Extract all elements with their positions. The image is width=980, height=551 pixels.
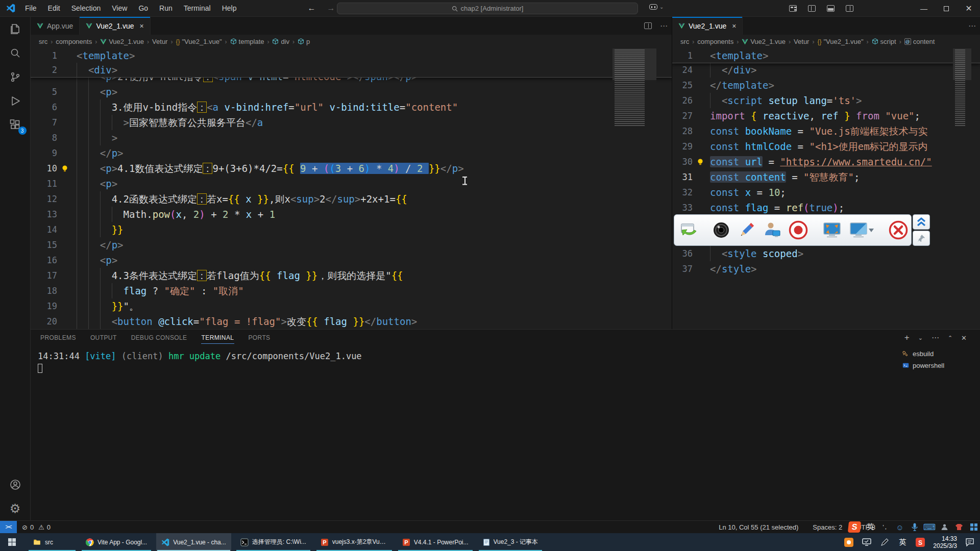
- line-number[interactable]: 32: [672, 185, 693, 200]
- breadcrumb-item-src[interactable]: src: [680, 38, 689, 45]
- code-line[interactable]: 174.3条件表达式绑定：若flag值为{{ flag }}，则我的选择是"{{: [31, 268, 672, 283]
- taskbar-item-Vue21vuecha[interactable]: Vue2_1.vue - cha...: [156, 533, 231, 551]
- code-line[interactable]: 14}}: [31, 222, 672, 237]
- terminal-item-powershell[interactable]: powershell: [898, 360, 975, 371]
- minimize-button[interactable]: —: [913, 0, 935, 17]
- line-number[interactable]: 11: [31, 176, 57, 191]
- nav-forward-arrow[interactable]: →: [327, 4, 335, 13]
- code-line[interactable]: 25</template>: [672, 78, 980, 93]
- line-number[interactable]: 13: [31, 207, 57, 222]
- ime-emoji-icon[interactable]: ☺: [895, 522, 905, 532]
- line-number[interactable]: [31, 78, 57, 84]
- split-editor-icon[interactable]: [644, 22, 652, 29]
- new-terminal-icon[interactable]: +: [904, 333, 910, 343]
- breadcrumb-item-script[interactable]: script: [872, 38, 896, 45]
- tray-pen-icon[interactable]: [879, 537, 890, 547]
- panel-tab-problems[interactable]: PROBLEMS: [40, 332, 77, 343]
- editor-group-right[interactable]: Vue2_1.vue× ⋯ src›components›Vue2_1.vue›…: [672, 17, 980, 329]
- code-line[interactable]: <p>2.使用v-html指令：<span v-html="htmlCode">…: [31, 78, 672, 84]
- close-button[interactable]: ✕: [958, 0, 980, 17]
- code-line[interactable]: 36<style scoped>: [672, 246, 980, 261]
- code-line[interactable]: 29const htmlCode = "<h1>使用em标记的显示内: [672, 139, 980, 154]
- line-number[interactable]: 10: [31, 161, 57, 176]
- panel-tab-ports[interactable]: PORTS: [248, 332, 271, 343]
- ime-lang-indicator[interactable]: 英: [865, 522, 875, 532]
- menu-help[interactable]: Help: [217, 3, 241, 14]
- terminal-profile-dropdown-icon[interactable]: ⌄: [918, 335, 923, 341]
- code-line[interactable]: 16<p>: [31, 253, 672, 268]
- bottom-panel[interactable]: PROBLEMSOUTPUTDEBUG CONSOLETERMINALPORTS…: [31, 329, 980, 520]
- menu-view[interactable]: View: [107, 3, 132, 14]
- code-editor-left[interactable]: 1<template>2<div> <p>2.使用v-html指令：<span …: [31, 48, 672, 329]
- taskbar-item-Vue23[interactable]: Vue2_3 - 记事本: [478, 533, 544, 551]
- tray-clock[interactable]: 14:33 2025/3/3: [933, 535, 957, 549]
- code-line[interactable]: 27import { reactive, ref } from "vue";: [672, 108, 980, 123]
- editor-group-left[interactable]: App.vueVue2_1.vue× ⋯ src›components›Vue2…: [31, 17, 672, 329]
- editor-actions-more-icon[interactable]: ⋯: [968, 21, 976, 31]
- panel-tab-output[interactable]: OUTPUT: [90, 332, 117, 343]
- tray-display-icon[interactable]: [862, 537, 872, 547]
- line-number[interactable]: 26: [672, 93, 693, 108]
- line-number[interactable]: 24: [672, 62, 693, 78]
- region-capture-icon[interactable]: [849, 220, 874, 240]
- lightbulb-icon[interactable]: [697, 158, 704, 165]
- code-editor-right[interactable]: 1<template> 24</div>25</template>26<scri…: [672, 48, 980, 329]
- line-number[interactable]: 28: [672, 123, 693, 139]
- code-line[interactable]: 18flag ? "确定" : "取消": [31, 283, 672, 298]
- line-number[interactable]: 20: [31, 314, 57, 329]
- extensions-icon[interactable]: 3: [0, 113, 31, 137]
- account-icon[interactable]: [0, 472, 31, 496]
- line-number[interactable]: 9: [31, 145, 57, 161]
- code-line[interactable]: 26<script setup lang='ts'>: [672, 93, 980, 108]
- code-line[interactable]: 32const x = 10;: [672, 185, 980, 200]
- tab-Vue2_1.vue[interactable]: Vue2_1.vue×: [672, 17, 743, 35]
- nav-back-arrow[interactable]: ←: [307, 4, 315, 13]
- line-number[interactable]: 5: [31, 84, 57, 99]
- line-number[interactable]: 25: [672, 78, 693, 93]
- menu-edit[interactable]: Edit: [43, 3, 65, 14]
- code-line[interactable]: 28const bookName = "Vue.js前端框架技术与实: [672, 123, 980, 139]
- customize-layout-icon[interactable]: [789, 5, 797, 12]
- breadcrumb-item-div[interactable]: div: [272, 38, 289, 45]
- line-number[interactable]: 33: [672, 200, 693, 215]
- toggle-secondary-sidebar-icon[interactable]: [846, 5, 853, 12]
- tray-app-orange-icon[interactable]: [844, 537, 854, 547]
- panel-tab-debug-console[interactable]: DEBUG CONSOLE: [131, 332, 188, 343]
- taskbar-item-src[interactable]: src: [28, 533, 77, 551]
- code-line[interactable]: 11<p>: [31, 176, 672, 191]
- lightbulb-icon[interactable]: [61, 165, 68, 172]
- minimap[interactable]: [612, 48, 656, 161]
- search-icon[interactable]: [0, 41, 31, 65]
- line-number[interactable]: 12: [31, 191, 57, 207]
- terminal-output[interactable]: 14:31:44 [vite] (client) hmr update /src…: [38, 350, 362, 373]
- breadcrumb-item-p[interactable]: p: [298, 38, 310, 45]
- taskbar-item-CWi[interactable]: 选择管理员: C:\Wi...: [235, 533, 311, 551]
- run-debug-icon[interactable]: [0, 89, 31, 113]
- pin-icon[interactable]: [913, 231, 930, 246]
- remote-indicator[interactable]: ><: [0, 521, 17, 534]
- terminal-item-esbuild[interactable]: esbuild: [898, 348, 975, 360]
- line-number[interactable]: 31: [672, 169, 693, 185]
- line-number[interactable]: 17: [31, 268, 57, 283]
- ime-punct-icon[interactable]: ’，: [880, 522, 890, 532]
- ime-toolbox-icon[interactable]: [939, 522, 949, 532]
- ime-skin-icon[interactable]: [954, 522, 964, 532]
- taskbar-item-ViteAppGoogl[interactable]: Vite App - Googl...: [81, 533, 152, 551]
- ime-keyboard-icon[interactable]: ⌨: [924, 522, 935, 532]
- breadcrumb-item-Vue2_1.vue[interactable]: {}"Vue2_1.vue": [817, 38, 863, 45]
- collapse-chevrons-icon[interactable]: [913, 214, 930, 230]
- code-line[interactable]: 19}}"。: [31, 298, 672, 314]
- restore-button[interactable]: [935, 0, 958, 17]
- code-line[interactable]: 31const content = "智慧教育";: [672, 169, 980, 185]
- line-number[interactable]: 15: [31, 237, 57, 253]
- code-line[interactable]: 10<p>4.1数值表达式绑定：9+(3+6)*4/2={{ 9 + ((3 +…: [31, 161, 672, 176]
- breadcrumb-item-Vetur[interactable]: Vetur: [794, 38, 809, 45]
- breadcrumb-item-content[interactable]: @content: [904, 38, 935, 45]
- close-recorder-icon[interactable]: [889, 220, 908, 240]
- breadcrumb-item-Vue2_1.vue[interactable]: {}"Vue2_1.vue": [176, 38, 222, 45]
- taskbar-item-vuejs3x2Vue[interactable]: Pvuejs3.x-第2章Vue...: [315, 533, 393, 551]
- tray-sogou-icon[interactable]: S: [915, 537, 925, 547]
- close-icon[interactable]: ×: [732, 22, 736, 30]
- menu-terminal[interactable]: Terminal: [179, 3, 215, 14]
- tab-App.vue[interactable]: App.vue: [31, 17, 80, 35]
